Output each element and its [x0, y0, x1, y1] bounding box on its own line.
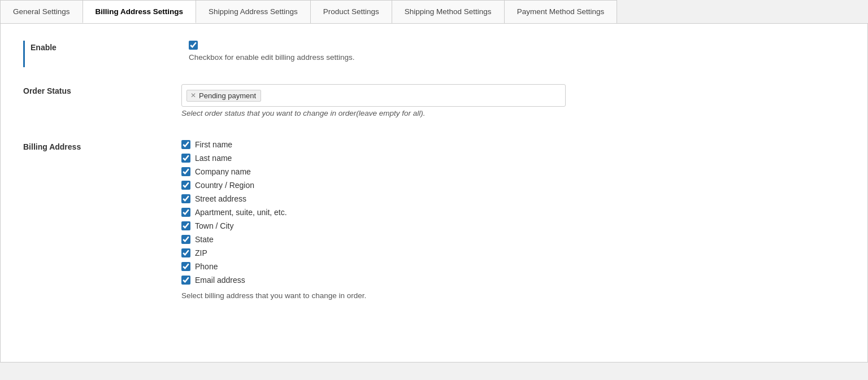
order-status-field-row: Order Status ✕ Pending payment Select or…: [23, 84, 845, 123]
billing-address-field-row: Billing Address First nameLast nameCompa…: [23, 140, 845, 305]
checkbox-country_region[interactable]: [181, 181, 190, 190]
billing-checkbox-item: Last name: [181, 154, 845, 163]
billing-checkbox-item: Town / City: [181, 221, 845, 230]
billing-checkbox-item: ZIP: [181, 248, 845, 257]
order-status-multiselect[interactable]: ✕ Pending payment: [181, 84, 566, 107]
checkbox-town_city[interactable]: [181, 221, 190, 230]
checkbox-apartment[interactable]: [181, 208, 190, 217]
billing-checkbox-item: First name: [181, 140, 845, 149]
checkbox-phone[interactable]: [181, 262, 190, 271]
billing-checkbox-item: State: [181, 235, 845, 244]
checkbox-label-town_city: Town / City: [195, 221, 233, 230]
billing-address-checkbox-list: First nameLast nameCompany nameCountry /…: [181, 140, 845, 285]
tab-shipping-method[interactable]: Shipping Method Settings: [392, 0, 505, 23]
checkbox-label-company_name: Company name: [195, 167, 251, 176]
checkbox-zip[interactable]: [181, 248, 190, 257]
enable-description: Checkbox for enable edit billing address…: [189, 53, 845, 62]
tabs-bar: General Settings Billing Address Setting…: [0, 0, 868, 24]
tag-label: Pending payment: [199, 91, 256, 100]
billing-checkbox-item: Street address: [181, 194, 845, 203]
checkbox-last_name[interactable]: [181, 154, 190, 163]
checkbox-label-street_address: Street address: [195, 194, 246, 203]
tab-general[interactable]: General Settings: [0, 0, 83, 23]
tab-payment-method[interactable]: Payment Method Settings: [504, 0, 618, 23]
checkbox-company_name[interactable]: [181, 167, 190, 176]
billing-checkbox-item: Country / Region: [181, 181, 845, 190]
order-status-input[interactable]: [263, 91, 275, 100]
enable-checkbox-row: [189, 41, 845, 50]
tab-billing[interactable]: Billing Address Settings: [83, 0, 197, 23]
checkbox-label-email: Email address: [195, 276, 245, 285]
order-status-control: ✕ Pending payment Select order status th…: [181, 84, 845, 117]
billing-address-label: Billing Address: [23, 140, 181, 151]
billing-checkbox-item: Phone: [181, 262, 845, 271]
checkbox-state[interactable]: [181, 235, 190, 244]
checkbox-label-first_name: First name: [195, 140, 232, 149]
order-status-description: Select order status that you want to cha…: [181, 109, 845, 117]
tab-content: Enable Checkbox for enable edit billing …: [0, 24, 868, 362]
order-status-label: Order Status: [23, 84, 181, 95]
enable-label: Enable: [31, 41, 189, 52]
billing-address-description: Select billing address that you want to …: [181, 291, 845, 300]
enable-control: Checkbox for enable edit billing address…: [189, 41, 845, 62]
checkbox-label-phone: Phone: [195, 262, 218, 271]
tab-product[interactable]: Product Settings: [310, 0, 392, 23]
billing-checkbox-item: Email address: [181, 276, 845, 285]
checkbox-street_address[interactable]: [181, 194, 190, 203]
billing-checkbox-item: Apartment, suite, unit, etc.: [181, 208, 845, 217]
checkbox-label-last_name: Last name: [195, 154, 232, 163]
tab-shipping[interactable]: Shipping Address Settings: [196, 0, 311, 23]
order-status-tag: ✕ Pending payment: [186, 90, 261, 102]
billing-address-control: First nameLast nameCompany nameCountry /…: [181, 140, 845, 300]
enable-checkbox[interactable]: [189, 41, 198, 50]
checkbox-label-apartment: Apartment, suite, unit, etc.: [195, 208, 287, 217]
checkbox-email[interactable]: [181, 276, 190, 285]
checkbox-label-zip: ZIP: [195, 248, 207, 257]
checkbox-label-country_region: Country / Region: [195, 181, 254, 190]
tag-remove-icon[interactable]: ✕: [190, 91, 196, 99]
checkbox-label-state: State: [195, 235, 214, 244]
billing-checkbox-item: Company name: [181, 167, 845, 176]
enable-field-row: Enable Checkbox for enable edit billing …: [23, 41, 845, 67]
checkbox-first_name[interactable]: [181, 140, 190, 149]
